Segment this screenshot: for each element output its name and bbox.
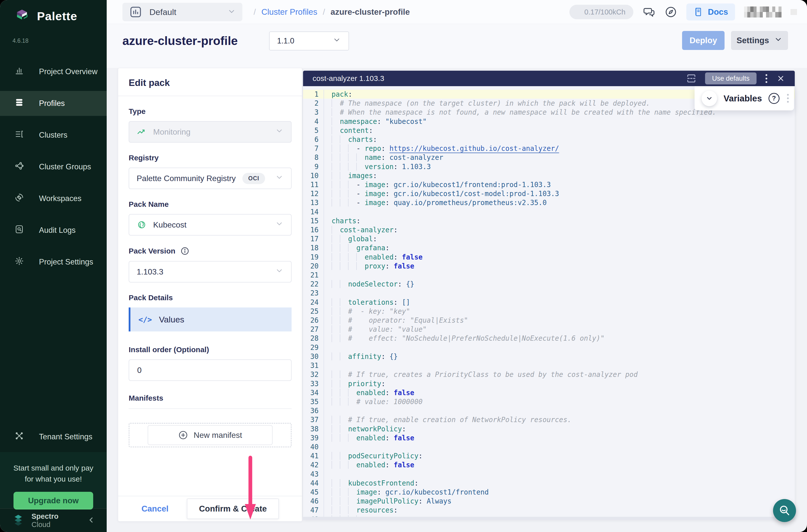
settings-button[interactable]: Settings <box>731 31 788 50</box>
code-line-text: # When the namespace is not found, a new… <box>324 108 716 117</box>
sidebar-item-workspaces[interactable]: Workspaces <box>0 186 107 211</box>
line-number: 37 <box>303 415 324 424</box>
variables-help-icon[interactable]: ? <box>769 93 780 104</box>
explore-compass-icon[interactable] <box>664 5 677 18</box>
sidebar-item-audit-logs[interactable]: Audit Logs <box>0 218 107 243</box>
palette-logo: Palette <box>14 7 77 24</box>
docs-button[interactable]: Docs <box>686 3 735 20</box>
variables-panel: Variables ? <box>695 86 794 110</box>
pack-name-select[interactable]: Kubecost <box>129 214 292 235</box>
code-line-text: charts: <box>324 135 377 144</box>
code-line-text: # value: 1000000 <box>324 397 423 406</box>
code-line: 8 name: cost-analyzer <box>303 153 795 162</box>
pack-version-value: 1.103.3 <box>137 267 163 277</box>
user-avatar-redacted[interactable] <box>790 9 797 15</box>
line-number: 33 <box>303 379 324 388</box>
docs-label: Docs <box>708 7 728 17</box>
redacted-pixel <box>775 6 778 12</box>
pack-version-select[interactable]: 1.103.3 <box>129 261 292 283</box>
use-defaults-button[interactable]: Use defaults <box>705 72 756 84</box>
oci-badge: OCI <box>242 173 265 184</box>
code-line: 29 <box>303 343 795 352</box>
edit-pack-footer: Cancel Confirm & Create <box>118 496 302 521</box>
tools-icon <box>15 431 24 442</box>
sidebar-item-label: Clusters <box>39 131 68 140</box>
feedback-chat-icon[interactable] <box>642 5 655 18</box>
chevron-down-icon <box>227 7 236 17</box>
code-editor-area[interactable]: 1pack:2 # The namespace (on the target c… <box>303 86 795 517</box>
info-icon[interactable] <box>181 247 189 255</box>
line-number: 45 <box>303 488 324 496</box>
code-line-text: image: gcr.io/kubecost1/frontend <box>324 488 489 496</box>
close-icon[interactable] <box>776 74 785 83</box>
line-number: 28 <box>303 334 324 343</box>
line-number: 42 <box>303 460 324 469</box>
edit-pack-title: Edit pack <box>118 68 302 96</box>
upgrade-promo: Start small and only pay for what you us… <box>0 452 107 508</box>
variables-title: Variables <box>724 93 762 103</box>
top-bar: Default / Cluster Profiles / azure-clust… <box>107 0 807 24</box>
sidebar-item-project-settings[interactable]: Project Settings <box>0 249 107 274</box>
sidebar-item-profiles[interactable]: Profiles <box>0 91 107 116</box>
variables-expand-button[interactable] <box>701 91 717 106</box>
user-account-menu[interactable] <box>744 6 782 18</box>
breadcrumb-cluster-profiles-link[interactable]: Cluster Profiles <box>261 7 317 17</box>
code-line-text <box>324 343 332 352</box>
redacted-pixel <box>750 6 753 12</box>
code-line: 47 resources: <box>303 506 795 514</box>
code-line: 15charts: <box>303 216 795 225</box>
code-line-text: priority: <box>324 379 385 388</box>
search-icon <box>778 504 791 517</box>
code-line-text <box>324 270 332 280</box>
sidebar-item-clusters[interactable]: Clusters <box>0 122 107 148</box>
redacted-pixel <box>760 6 763 12</box>
variables-more-menu-icon[interactable] <box>786 93 790 104</box>
sidebar-collapse-icon[interactable] <box>87 516 96 525</box>
code-line-text: kubecostFrontend: <box>324 478 418 488</box>
code-line-text: resources: <box>324 506 398 514</box>
code-line-text: - image: quay.io/prometheus/prometheus:v… <box>324 198 547 207</box>
new-manifest-label: New manifest <box>194 431 242 440</box>
diff-view-icon[interactable] <box>686 73 697 84</box>
line-number: 3 <box>303 108 324 117</box>
code-line: 22 nodeSelector: {} <box>303 280 795 288</box>
code-line-text <box>324 442 332 451</box>
sidebar-item-label: Tenant Settings <box>39 432 92 441</box>
line-number: 14 <box>303 207 324 216</box>
editor-header: cost-analyzer 1.103.3 Use defaults <box>303 71 795 86</box>
sidebar-item-label: Profiles <box>39 99 65 108</box>
pack-details-values-item[interactable]: </> Values <box>129 307 292 331</box>
code-line: 10 images: <box>303 171 795 180</box>
line-number: 10 <box>303 171 324 180</box>
help-search-fab[interactable] <box>773 499 796 522</box>
deploy-button[interactable]: Deploy <box>682 31 725 50</box>
confirm-and-create-button[interactable]: Confirm & Create <box>187 498 279 519</box>
code-icon: </> <box>138 315 152 324</box>
code-line: 27 # value: "value" <box>303 325 795 334</box>
profile-version-select[interactable]: 1.1.0 <box>269 32 349 51</box>
profile-version-value: 1.1.0 <box>277 36 294 45</box>
editor-horizontal-scrollbar[interactable] <box>303 517 795 520</box>
yaml-editor: cost-analyzer 1.103.3 Use defaults 1pack… <box>303 71 795 520</box>
line-number: 24 <box>303 298 324 307</box>
code-line: 5 content: <box>303 126 795 135</box>
code-line: 4 namespace: "kubecost" <box>303 117 795 126</box>
code-line: 41 podSecurityPolicy: <box>303 451 795 460</box>
chevron-down-icon <box>275 173 284 184</box>
code-line: 12 - image: gcr.io/kubecost1/cost-model:… <box>303 189 795 198</box>
sidebar-item-tenant-settings[interactable]: Tenant Settings <box>0 424 107 449</box>
project-selector[interactable]: Default <box>123 3 242 21</box>
install-order-input[interactable] <box>129 359 292 381</box>
install-order-label: Install order (Optional) <box>129 345 292 354</box>
new-manifest-button[interactable]: New manifest <box>148 425 273 445</box>
registry-select[interactable]: Palette Community Registry OCI <box>129 168 292 189</box>
sidebar-item-project-overview[interactable]: Project Overview <box>0 59 107 84</box>
cancel-button[interactable]: Cancel <box>142 504 168 514</box>
code-line: 32 # If true, creates a PriorityClass to… <box>303 370 795 379</box>
sidebar-item-cluster-groups[interactable]: Cluster Groups <box>0 154 107 179</box>
code-line: 31 <box>303 361 795 370</box>
upgrade-now-button[interactable]: Upgrade now <box>14 492 93 510</box>
pack-version-label: Pack Version <box>129 247 292 255</box>
editor-more-menu-icon[interactable] <box>765 73 768 84</box>
code-line-text: # If true, creates a PriorityClass to be… <box>324 370 638 379</box>
